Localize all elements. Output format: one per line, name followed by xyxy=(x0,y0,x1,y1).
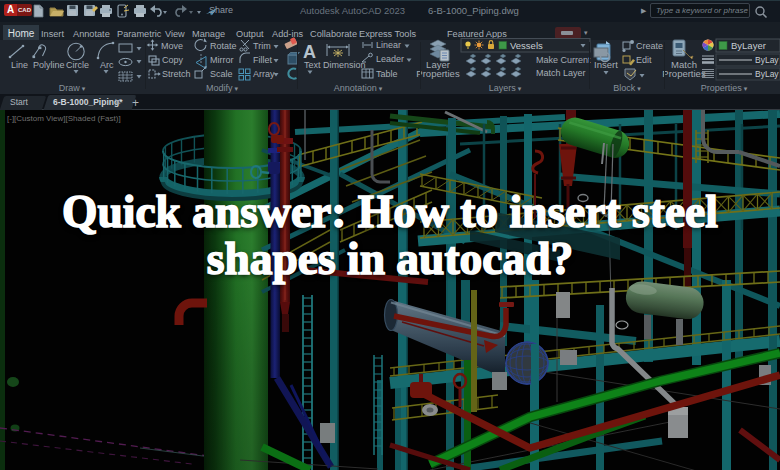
svg-text:Arc: Arc xyxy=(100,60,114,70)
svg-text:Circle: Circle xyxy=(66,60,89,70)
svg-text:Properties: Properties xyxy=(662,68,706,79)
svg-text:Trim: Trim xyxy=(253,41,271,51)
svg-text:Array: Array xyxy=(253,69,275,79)
svg-text:Linear: Linear xyxy=(376,40,401,50)
svg-text:ByLay: ByLay xyxy=(755,69,779,79)
svg-text:Vessels: Vessels xyxy=(510,40,543,51)
svg-text:Match Layer: Match Layer xyxy=(536,68,586,78)
svg-text:ByLayer: ByLayer xyxy=(731,40,766,51)
svg-text:Move: Move xyxy=(161,41,183,51)
svg-text:Stretch: Stretch xyxy=(162,69,191,79)
svg-text:ByLay: ByLay xyxy=(755,55,779,65)
svg-text:Rotate: Rotate xyxy=(210,41,237,51)
svg-text:Create: Create xyxy=(636,41,663,51)
svg-text:Scale: Scale xyxy=(210,69,233,79)
svg-text:Copy: Copy xyxy=(162,55,184,65)
svg-text:Make Current: Make Current xyxy=(536,55,591,65)
svg-text:Fillet: Fillet xyxy=(253,55,273,65)
svg-text:Edit: Edit xyxy=(636,55,652,65)
svg-text:Mirror: Mirror xyxy=(210,55,234,65)
svg-text:Properties: Properties xyxy=(416,68,460,79)
svg-text:Dimension: Dimension xyxy=(323,60,366,70)
svg-text:Line: Line xyxy=(11,60,28,70)
svg-text:Table: Table xyxy=(376,69,398,79)
svg-text:Polyline: Polyline xyxy=(33,60,65,70)
svg-text:Leader: Leader xyxy=(376,54,404,64)
svg-text:Insert: Insert xyxy=(594,59,618,70)
svg-text:Text: Text xyxy=(304,60,321,70)
